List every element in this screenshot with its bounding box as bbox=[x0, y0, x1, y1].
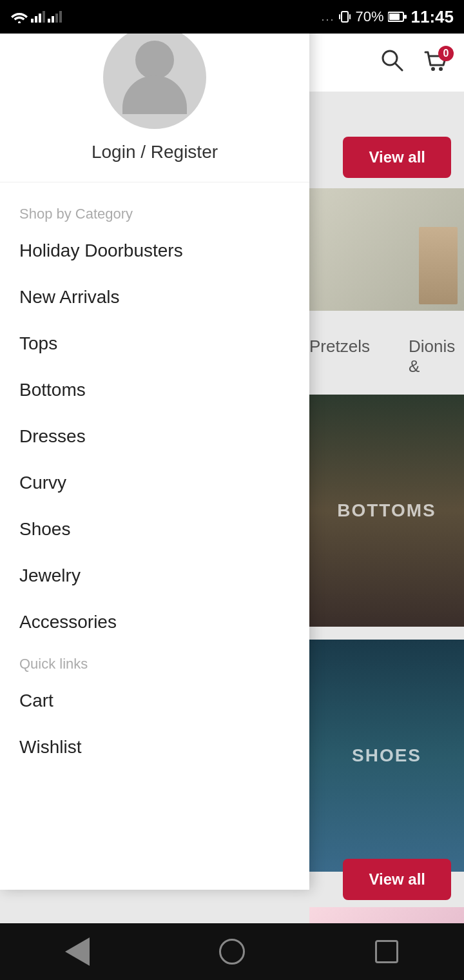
bottom-navigation bbox=[0, 923, 464, 980]
home-icon bbox=[219, 939, 245, 965]
sidebar-item-label: Shoes bbox=[19, 519, 70, 540]
vibrate-icon bbox=[338, 10, 351, 24]
sidebar-item-new-arrivals[interactable]: New Arrivals bbox=[0, 274, 309, 320]
sidebar-item-wishlist[interactable]: Wishlist bbox=[0, 724, 309, 770]
shoes-label: SHOES bbox=[352, 745, 421, 766]
shop-by-category-label: Shop by Category bbox=[0, 195, 309, 228]
shoes-category-image[interactable]: SHOES bbox=[309, 640, 464, 872]
svg-rect-7 bbox=[55, 14, 58, 23]
bottoms-label: BOTTOMS bbox=[337, 500, 436, 521]
sidebar-item-tops[interactable]: Tops bbox=[0, 320, 309, 367]
home-button[interactable] bbox=[213, 932, 251, 971]
sidebar-item-cart[interactable]: Cart bbox=[0, 678, 309, 724]
svg-point-18 bbox=[439, 67, 443, 71]
search-svg bbox=[380, 48, 403, 72]
svg-rect-13 bbox=[389, 14, 400, 20]
brand-row: Pretzels Dionis & bbox=[309, 324, 464, 389]
sidebar-item-label: Tops bbox=[19, 333, 57, 354]
recents-icon bbox=[375, 940, 398, 963]
signal-icon bbox=[31, 11, 45, 23]
bottoms-category-image[interactable]: BOTTOMS bbox=[309, 395, 464, 627]
brand-1: Pretzels bbox=[309, 337, 370, 377]
svg-point-17 bbox=[431, 67, 435, 71]
sidebar-item-accessories[interactable]: Accessories bbox=[0, 599, 309, 645]
wifi-icon bbox=[10, 10, 28, 23]
svg-rect-1 bbox=[31, 19, 34, 23]
status-left-icons bbox=[10, 10, 62, 23]
sidebar-item-label: Holiday Doorbusters bbox=[19, 240, 183, 261]
view-all-top-button[interactable]: View all bbox=[343, 137, 451, 178]
svg-rect-10 bbox=[339, 14, 340, 19]
svg-rect-5 bbox=[48, 19, 50, 23]
sidebar-item-label: Accessories bbox=[19, 612, 117, 632]
sidebar-item-holiday-doorbusters[interactable]: Holiday Doorbusters bbox=[0, 228, 309, 274]
quick-links-label: Quick links bbox=[0, 645, 309, 678]
sidebar-item-jewelry[interactable]: Jewelry bbox=[0, 553, 309, 599]
signal-icon-2 bbox=[48, 11, 62, 23]
sidebar-item-label: Jewelry bbox=[19, 565, 81, 586]
battery-icon bbox=[388, 11, 407, 23]
svg-rect-11 bbox=[349, 14, 351, 19]
bottom-flower-area bbox=[309, 907, 464, 923]
avatar[interactable] bbox=[103, 26, 206, 129]
avatar-head bbox=[135, 41, 174, 79]
sidebar-item-label: Curvy bbox=[19, 473, 66, 493]
sidebar-item-label: Bottoms bbox=[19, 380, 86, 400]
avatar-body bbox=[122, 75, 187, 114]
sidebar-item-dresses[interactable]: Dresses bbox=[0, 413, 309, 460]
navigation-menu: Shop by Category Holiday Doorbusters New… bbox=[0, 182, 309, 783]
sidebar-item-label: New Arrivals bbox=[19, 287, 120, 308]
status-time: 11:45 bbox=[411, 7, 454, 27]
status-bar: ... 70% 11:45 bbox=[0, 0, 464, 34]
svg-rect-6 bbox=[52, 16, 54, 23]
svg-rect-8 bbox=[59, 11, 62, 23]
cart-badge-count: 0 bbox=[438, 46, 454, 61]
sidebar-item-label: Dresses bbox=[19, 426, 86, 447]
svg-rect-4 bbox=[43, 11, 45, 23]
status-dots: ... bbox=[321, 10, 334, 24]
view-all-bottom-button[interactable]: View all bbox=[343, 859, 451, 900]
navigation-drawer: Login / Register Shop by Category Holida… bbox=[0, 0, 309, 890]
cart-icon-wrapper[interactable]: 0 bbox=[423, 50, 449, 75]
svg-point-0 bbox=[18, 21, 21, 23]
brand-2: Dionis & bbox=[409, 337, 464, 377]
sidebar-item-label: Wishlist bbox=[19, 737, 81, 758]
back-icon bbox=[65, 937, 90, 966]
login-register-button[interactable]: Login / Register bbox=[92, 142, 218, 162]
product-image-top bbox=[309, 188, 464, 311]
svg-rect-9 bbox=[342, 12, 348, 22]
avatar-person bbox=[122, 41, 187, 114]
search-icon[interactable] bbox=[380, 48, 403, 77]
recents-button[interactable] bbox=[367, 932, 406, 971]
battery-percentage: 70% bbox=[355, 8, 383, 25]
sidebar-item-curvy[interactable]: Curvy bbox=[0, 460, 309, 506]
sidebar-item-shoes[interactable]: Shoes bbox=[0, 506, 309, 553]
sidebar-item-bottoms[interactable]: Bottoms bbox=[0, 367, 309, 413]
svg-rect-2 bbox=[35, 16, 37, 23]
back-button[interactable] bbox=[58, 932, 97, 971]
sidebar-item-label: Cart bbox=[19, 691, 53, 711]
svg-rect-14 bbox=[404, 15, 407, 19]
status-right-icons: ... 70% 11:45 bbox=[321, 7, 454, 27]
svg-line-16 bbox=[395, 63, 402, 70]
svg-rect-3 bbox=[39, 14, 41, 23]
